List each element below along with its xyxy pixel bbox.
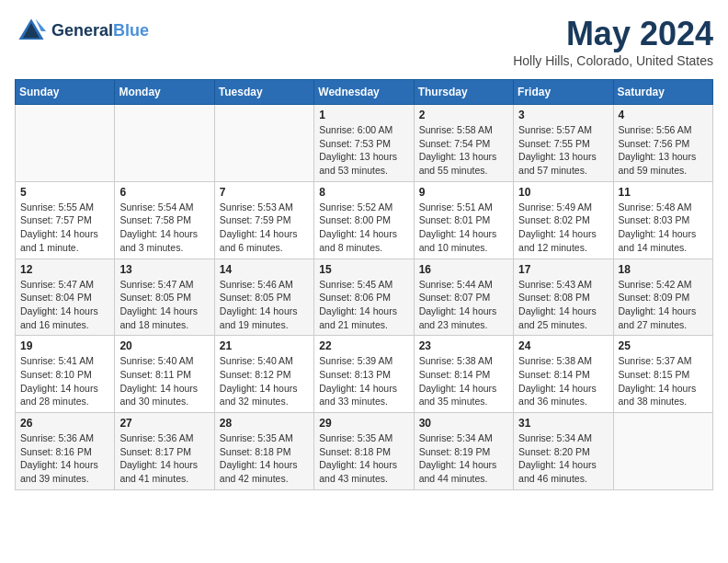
calendar-cell: 12Sunrise: 5:47 AMSunset: 8:04 PMDayligh… bbox=[16, 259, 115, 336]
day-info: Sunrise: 5:42 AMSunset: 8:09 PMDaylight:… bbox=[619, 278, 708, 332]
day-info: Sunrise: 5:52 AMSunset: 8:00 PMDaylight:… bbox=[319, 201, 408, 255]
day-info: Sunrise: 5:36 AMSunset: 8:16 PMDaylight:… bbox=[20, 431, 109, 486]
day-number: 26 bbox=[20, 417, 109, 430]
calendar-cell: 10Sunrise: 5:49 AMSunset: 8:02 PMDayligh… bbox=[514, 181, 613, 259]
day-info: Sunrise: 5:35 AMSunset: 8:18 PMDaylight:… bbox=[220, 431, 309, 486]
day-number: 28 bbox=[220, 417, 309, 430]
calendar-cell: 16Sunrise: 5:44 AMSunset: 8:07 PMDayligh… bbox=[414, 259, 513, 336]
day-number: 24 bbox=[518, 339, 608, 352]
calendar-cell: 2Sunrise: 5:58 AMSunset: 7:54 PMDaylight… bbox=[414, 105, 513, 182]
calendar-cell: 29Sunrise: 5:35 AMSunset: 8:18 PMDayligh… bbox=[314, 413, 414, 490]
day-number: 1 bbox=[319, 109, 408, 121]
calendar-cell bbox=[613, 413, 712, 490]
calendar-table: SundayMondayTuesdayWednesdayThursdayFrid… bbox=[15, 79, 713, 490]
logo-icon bbox=[15, 15, 48, 48]
calendar-week-2: 5Sunrise: 5:55 AMSunset: 7:57 PMDaylight… bbox=[16, 181, 713, 259]
day-number: 5 bbox=[20, 186, 109, 199]
page-header: GeneralBlue May 2024 Holly Hills, Colora… bbox=[15, 15, 713, 68]
calendar-week-3: 12Sunrise: 5:47 AMSunset: 8:04 PMDayligh… bbox=[16, 259, 713, 336]
calendar-cell: 30Sunrise: 5:34 AMSunset: 8:19 PMDayligh… bbox=[414, 413, 513, 490]
calendar-week-5: 26Sunrise: 5:36 AMSunset: 8:16 PMDayligh… bbox=[16, 413, 713, 490]
calendar-cell: 22Sunrise: 5:39 AMSunset: 8:13 PMDayligh… bbox=[314, 336, 414, 413]
calendar-cell: 18Sunrise: 5:42 AMSunset: 8:09 PMDayligh… bbox=[613, 259, 712, 336]
day-number: 13 bbox=[119, 263, 209, 276]
day-info: Sunrise: 5:46 AMSunset: 8:05 PMDaylight:… bbox=[220, 278, 309, 332]
day-info: Sunrise: 5:44 AMSunset: 8:07 PMDaylight:… bbox=[419, 278, 508, 332]
day-info: Sunrise: 6:00 AMSunset: 7:53 PMDaylight:… bbox=[319, 123, 408, 178]
calendar-cell: 7Sunrise: 5:53 AMSunset: 7:59 PMDaylight… bbox=[214, 181, 313, 259]
day-info: Sunrise: 5:36 AMSunset: 8:17 PMDaylight:… bbox=[119, 431, 209, 486]
day-info: Sunrise: 5:49 AMSunset: 8:02 PMDaylight:… bbox=[518, 201, 608, 255]
calendar-cell: 26Sunrise: 5:36 AMSunset: 8:16 PMDayligh… bbox=[16, 413, 115, 490]
day-info: Sunrise: 5:56 AMSunset: 7:56 PMDaylight:… bbox=[619, 123, 708, 178]
day-info: Sunrise: 5:41 AMSunset: 8:10 PMDaylight:… bbox=[20, 354, 109, 408]
day-number: 12 bbox=[20, 263, 109, 276]
day-info: Sunrise: 5:35 AMSunset: 8:18 PMDaylight:… bbox=[319, 431, 408, 486]
day-number: 19 bbox=[20, 339, 109, 352]
day-number: 7 bbox=[220, 186, 309, 199]
day-info: Sunrise: 5:37 AMSunset: 8:15 PMDaylight:… bbox=[619, 354, 708, 408]
calendar-cell: 14Sunrise: 5:46 AMSunset: 8:05 PMDayligh… bbox=[214, 259, 313, 336]
location-text: Holly Hills, Colorado, United States bbox=[513, 53, 713, 68]
day-number: 11 bbox=[619, 186, 708, 199]
logo: GeneralBlue bbox=[15, 15, 149, 48]
calendar-cell: 21Sunrise: 5:40 AMSunset: 8:12 PMDayligh… bbox=[214, 336, 313, 413]
calendar-cell: 27Sunrise: 5:36 AMSunset: 8:17 PMDayligh… bbox=[115, 413, 214, 490]
calendar-cell bbox=[214, 105, 313, 182]
calendar-cell: 11Sunrise: 5:48 AMSunset: 8:03 PMDayligh… bbox=[613, 181, 712, 259]
day-info: Sunrise: 5:57 AMSunset: 7:55 PMDaylight:… bbox=[518, 123, 608, 178]
day-number: 16 bbox=[419, 263, 508, 276]
day-info: Sunrise: 5:47 AMSunset: 8:05 PMDaylight:… bbox=[119, 278, 209, 332]
calendar-cell: 25Sunrise: 5:37 AMSunset: 8:15 PMDayligh… bbox=[613, 336, 712, 413]
logo-text: GeneralBlue bbox=[51, 22, 149, 40]
day-number: 23 bbox=[419, 339, 508, 352]
day-number: 15 bbox=[319, 263, 408, 276]
title-section: May 2024 Holly Hills, Colorado, United S… bbox=[513, 15, 713, 68]
day-number: 18 bbox=[619, 263, 708, 276]
day-number: 4 bbox=[619, 109, 708, 121]
weekday-header-thursday: Thursday bbox=[414, 80, 513, 105]
calendar-cell: 23Sunrise: 5:38 AMSunset: 8:14 PMDayligh… bbox=[414, 336, 513, 413]
day-number: 20 bbox=[119, 339, 209, 352]
calendar-cell bbox=[115, 105, 214, 182]
day-info: Sunrise: 5:48 AMSunset: 8:03 PMDaylight:… bbox=[619, 201, 708, 255]
weekday-header-wednesday: Wednesday bbox=[314, 80, 414, 105]
day-number: 30 bbox=[419, 417, 508, 430]
day-info: Sunrise: 5:55 AMSunset: 7:57 PMDaylight:… bbox=[20, 201, 109, 255]
day-info: Sunrise: 5:40 AMSunset: 8:12 PMDaylight:… bbox=[220, 354, 309, 408]
day-number: 17 bbox=[518, 263, 608, 276]
calendar-cell: 6Sunrise: 5:54 AMSunset: 7:58 PMDaylight… bbox=[115, 181, 214, 259]
day-info: Sunrise: 5:58 AMSunset: 7:54 PMDaylight:… bbox=[419, 123, 508, 178]
day-number: 9 bbox=[419, 186, 508, 199]
day-number: 8 bbox=[319, 186, 408, 199]
day-number: 25 bbox=[619, 339, 708, 352]
day-info: Sunrise: 5:34 AMSunset: 8:19 PMDaylight:… bbox=[419, 431, 508, 486]
day-number: 10 bbox=[518, 186, 608, 199]
calendar-week-1: 1Sunrise: 6:00 AMSunset: 7:53 PMDaylight… bbox=[16, 105, 713, 182]
weekday-header-sunday: Sunday bbox=[16, 80, 115, 105]
day-info: Sunrise: 5:34 AMSunset: 8:20 PMDaylight:… bbox=[518, 431, 608, 486]
weekday-header-friday: Friday bbox=[514, 80, 613, 105]
day-number: 27 bbox=[119, 417, 209, 430]
calendar-cell: 1Sunrise: 6:00 AMSunset: 7:53 PMDaylight… bbox=[314, 105, 414, 182]
calendar-cell: 5Sunrise: 5:55 AMSunset: 7:57 PMDaylight… bbox=[16, 181, 115, 259]
day-number: 6 bbox=[119, 186, 209, 199]
day-number: 21 bbox=[220, 339, 309, 352]
weekday-header-monday: Monday bbox=[115, 80, 214, 105]
calendar-cell: 15Sunrise: 5:45 AMSunset: 8:06 PMDayligh… bbox=[314, 259, 414, 336]
calendar-cell: 19Sunrise: 5:41 AMSunset: 8:10 PMDayligh… bbox=[16, 336, 115, 413]
calendar-cell: 20Sunrise: 5:40 AMSunset: 8:11 PMDayligh… bbox=[115, 336, 214, 413]
day-info: Sunrise: 5:43 AMSunset: 8:08 PMDaylight:… bbox=[518, 278, 608, 332]
calendar-cell: 31Sunrise: 5:34 AMSunset: 8:20 PMDayligh… bbox=[514, 413, 613, 490]
day-info: Sunrise: 5:40 AMSunset: 8:11 PMDaylight:… bbox=[119, 354, 209, 408]
calendar-cell: 13Sunrise: 5:47 AMSunset: 8:05 PMDayligh… bbox=[115, 259, 214, 336]
weekday-header-row: SundayMondayTuesdayWednesdayThursdayFrid… bbox=[16, 80, 713, 105]
day-number: 29 bbox=[319, 417, 408, 430]
weekday-header-tuesday: Tuesday bbox=[214, 80, 313, 105]
day-info: Sunrise: 5:45 AMSunset: 8:06 PMDaylight:… bbox=[319, 278, 408, 332]
day-info: Sunrise: 5:39 AMSunset: 8:13 PMDaylight:… bbox=[319, 354, 408, 408]
month-title: May 2024 bbox=[513, 15, 713, 53]
day-number: 31 bbox=[518, 417, 608, 430]
calendar-cell: 24Sunrise: 5:38 AMSunset: 8:14 PMDayligh… bbox=[514, 336, 613, 413]
day-info: Sunrise: 5:53 AMSunset: 7:59 PMDaylight:… bbox=[220, 201, 309, 255]
